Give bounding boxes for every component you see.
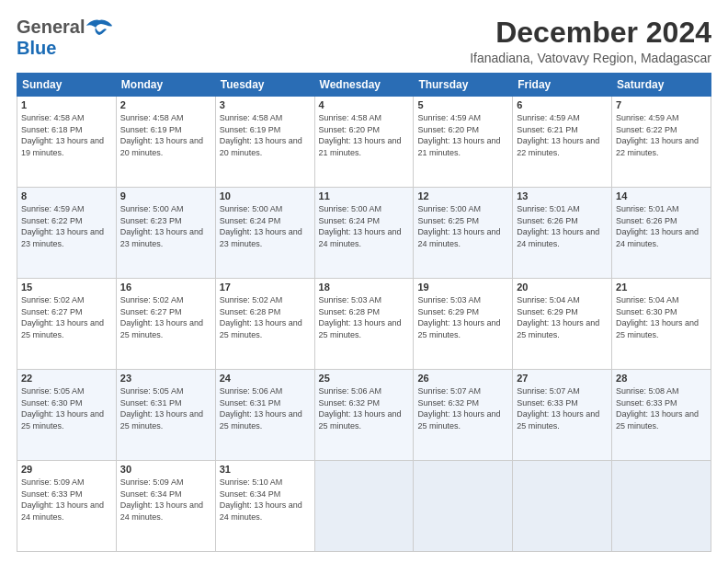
- col-tuesday: Tuesday: [215, 74, 314, 97]
- calendar-cell: 4Sunrise: 4:58 AMSunset: 6:20 PMDaylight…: [314, 97, 414, 188]
- col-saturday: Saturday: [612, 74, 711, 97]
- day-number: 27: [517, 373, 608, 384]
- calendar-cell: [314, 461, 414, 552]
- day-number: 18: [319, 282, 410, 293]
- day-info: Sunrise: 5:05 AMSunset: 6:30 PMDaylight:…: [21, 386, 104, 431]
- calendar-cell: 14Sunrise: 5:01 AMSunset: 6:26 PMDayligh…: [612, 188, 711, 279]
- calendar-cell: 5Sunrise: 4:59 AMSunset: 6:20 PMDaylight…: [414, 97, 513, 188]
- title-block: December 2024 Ifanadiana, Vatovavy Regio…: [470, 17, 711, 65]
- day-number: 6: [517, 99, 608, 110]
- col-wednesday: Wednesday: [314, 74, 414, 97]
- day-info: Sunrise: 4:59 AMSunset: 6:22 PMDaylight:…: [21, 204, 104, 248]
- logo-blue: Blue: [17, 38, 56, 59]
- calendar-cell: 24Sunrise: 5:06 AMSunset: 6:31 PMDayligh…: [215, 370, 314, 461]
- day-info: Sunrise: 5:05 AMSunset: 6:31 PMDaylight:…: [120, 386, 203, 431]
- calendar-header-row: Sunday Monday Tuesday Wednesday Thursday…: [17, 74, 711, 97]
- logo-general: General: [17, 17, 85, 38]
- day-number: 28: [616, 373, 707, 384]
- logo-bird-icon: [86, 18, 112, 37]
- calendar-cell: 30Sunrise: 5:09 AMSunset: 6:34 PMDayligh…: [116, 461, 215, 552]
- day-info: Sunrise: 5:04 AMSunset: 6:29 PMDaylight:…: [517, 295, 599, 339]
- calendar-cell: 31Sunrise: 5:10 AMSunset: 6:34 PMDayligh…: [215, 461, 314, 552]
- day-info: Sunrise: 5:03 AMSunset: 6:28 PMDaylight:…: [319, 295, 402, 339]
- day-info: Sunrise: 5:10 AMSunset: 6:34 PMDaylight:…: [220, 477, 302, 522]
- day-info: Sunrise: 4:59 AMSunset: 6:21 PMDaylight:…: [517, 113, 599, 157]
- calendar-cell: 26Sunrise: 5:07 AMSunset: 6:32 PMDayligh…: [414, 370, 513, 461]
- calendar-cell: 3Sunrise: 4:58 AMSunset: 6:19 PMDaylight…: [215, 97, 314, 188]
- day-info: Sunrise: 4:59 AMSunset: 6:22 PMDaylight:…: [616, 113, 699, 157]
- day-number: 8: [21, 190, 112, 201]
- calendar-cell: 1Sunrise: 4:58 AMSunset: 6:18 PMDaylight…: [17, 97, 117, 188]
- calendar-cell: 28Sunrise: 5:08 AMSunset: 6:33 PMDayligh…: [612, 370, 711, 461]
- calendar-cell: [414, 461, 513, 552]
- day-info: Sunrise: 5:01 AMSunset: 6:26 PMDaylight:…: [616, 204, 699, 248]
- day-number: 17: [220, 282, 311, 293]
- calendar-cell: 16Sunrise: 5:02 AMSunset: 6:27 PMDayligh…: [116, 279, 215, 370]
- day-number: 10: [220, 190, 311, 201]
- day-info: Sunrise: 5:06 AMSunset: 6:32 PMDaylight:…: [319, 386, 402, 431]
- day-number: 12: [417, 190, 508, 201]
- day-info: Sunrise: 5:07 AMSunset: 6:33 PMDaylight:…: [517, 386, 599, 431]
- day-info: Sunrise: 5:04 AMSunset: 6:30 PMDaylight:…: [616, 295, 699, 339]
- calendar-cell: 15Sunrise: 5:02 AMSunset: 6:27 PMDayligh…: [17, 279, 117, 370]
- calendar-cell: 29Sunrise: 5:09 AMSunset: 6:33 PMDayligh…: [17, 461, 117, 552]
- page: General Blue December 2024 Ifanadiana, V…: [0, 0, 728, 563]
- col-friday: Friday: [513, 74, 612, 97]
- calendar-cell: 11Sunrise: 5:00 AMSunset: 6:24 PMDayligh…: [314, 188, 414, 279]
- day-number: 25: [319, 373, 410, 384]
- day-number: 16: [120, 282, 211, 293]
- day-number: 19: [417, 282, 508, 293]
- calendar-table: Sunday Monday Tuesday Wednesday Thursday…: [17, 73, 711, 552]
- day-number: 26: [417, 373, 508, 384]
- day-number: 3: [220, 99, 311, 110]
- day-number: 21: [616, 282, 707, 293]
- day-info: Sunrise: 4:58 AMSunset: 6:19 PMDaylight:…: [120, 113, 203, 157]
- day-number: 23: [120, 373, 211, 384]
- day-number: 7: [616, 99, 707, 110]
- day-number: 14: [616, 190, 707, 201]
- logo: General Blue: [17, 17, 112, 59]
- day-number: 2: [120, 99, 211, 110]
- calendar-week-row: 1Sunrise: 4:58 AMSunset: 6:18 PMDaylight…: [17, 97, 711, 188]
- day-info: Sunrise: 5:02 AMSunset: 6:28 PMDaylight:…: [220, 295, 302, 339]
- day-number: 24: [220, 373, 311, 384]
- day-info: Sunrise: 5:00 AMSunset: 6:25 PMDaylight:…: [417, 204, 500, 248]
- day-number: 22: [21, 373, 112, 384]
- calendar-cell: 19Sunrise: 5:03 AMSunset: 6:29 PMDayligh…: [414, 279, 513, 370]
- col-thursday: Thursday: [414, 74, 513, 97]
- day-info: Sunrise: 4:58 AMSunset: 6:20 PMDaylight:…: [319, 113, 402, 157]
- day-info: Sunrise: 5:06 AMSunset: 6:31 PMDaylight:…: [220, 386, 302, 431]
- col-sunday: Sunday: [17, 74, 117, 97]
- calendar-cell: 8Sunrise: 4:59 AMSunset: 6:22 PMDaylight…: [17, 188, 117, 279]
- col-monday: Monday: [116, 74, 215, 97]
- main-title: December 2024: [470, 17, 711, 49]
- calendar-cell: 17Sunrise: 5:02 AMSunset: 6:28 PMDayligh…: [215, 279, 314, 370]
- day-info: Sunrise: 5:00 AMSunset: 6:24 PMDaylight:…: [319, 204, 402, 248]
- calendar-cell: 10Sunrise: 5:00 AMSunset: 6:24 PMDayligh…: [215, 188, 314, 279]
- day-info: Sunrise: 4:58 AMSunset: 6:19 PMDaylight:…: [220, 113, 302, 157]
- calendar-cell: 21Sunrise: 5:04 AMSunset: 6:30 PMDayligh…: [612, 279, 711, 370]
- calendar-week-row: 8Sunrise: 4:59 AMSunset: 6:22 PMDaylight…: [17, 188, 711, 279]
- calendar-cell: 20Sunrise: 5:04 AMSunset: 6:29 PMDayligh…: [513, 279, 612, 370]
- calendar-cell: 13Sunrise: 5:01 AMSunset: 6:26 PMDayligh…: [513, 188, 612, 279]
- calendar-cell: 22Sunrise: 5:05 AMSunset: 6:30 PMDayligh…: [17, 370, 117, 461]
- day-number: 31: [220, 464, 311, 475]
- day-info: Sunrise: 5:08 AMSunset: 6:33 PMDaylight:…: [616, 386, 699, 431]
- calendar-cell: 6Sunrise: 4:59 AMSunset: 6:21 PMDaylight…: [513, 97, 612, 188]
- calendar-week-row: 22Sunrise: 5:05 AMSunset: 6:30 PMDayligh…: [17, 370, 711, 461]
- day-number: 30: [120, 464, 211, 475]
- calendar-cell: 23Sunrise: 5:05 AMSunset: 6:31 PMDayligh…: [116, 370, 215, 461]
- day-number: 20: [517, 282, 608, 293]
- calendar-cell: 18Sunrise: 5:03 AMSunset: 6:28 PMDayligh…: [314, 279, 414, 370]
- calendar-body: 1Sunrise: 4:58 AMSunset: 6:18 PMDaylight…: [17, 97, 711, 552]
- day-number: 15: [21, 282, 112, 293]
- day-info: Sunrise: 5:03 AMSunset: 6:29 PMDaylight:…: [417, 295, 500, 339]
- calendar-cell: [612, 461, 711, 552]
- day-info: Sunrise: 5:00 AMSunset: 6:23 PMDaylight:…: [120, 204, 203, 248]
- calendar-cell: 12Sunrise: 5:00 AMSunset: 6:25 PMDayligh…: [414, 188, 513, 279]
- day-number: 4: [319, 99, 410, 110]
- day-info: Sunrise: 4:59 AMSunset: 6:20 PMDaylight:…: [417, 113, 500, 157]
- calendar-cell: 2Sunrise: 4:58 AMSunset: 6:19 PMDaylight…: [116, 97, 215, 188]
- day-number: 5: [417, 99, 508, 110]
- calendar-cell: 25Sunrise: 5:06 AMSunset: 6:32 PMDayligh…: [314, 370, 414, 461]
